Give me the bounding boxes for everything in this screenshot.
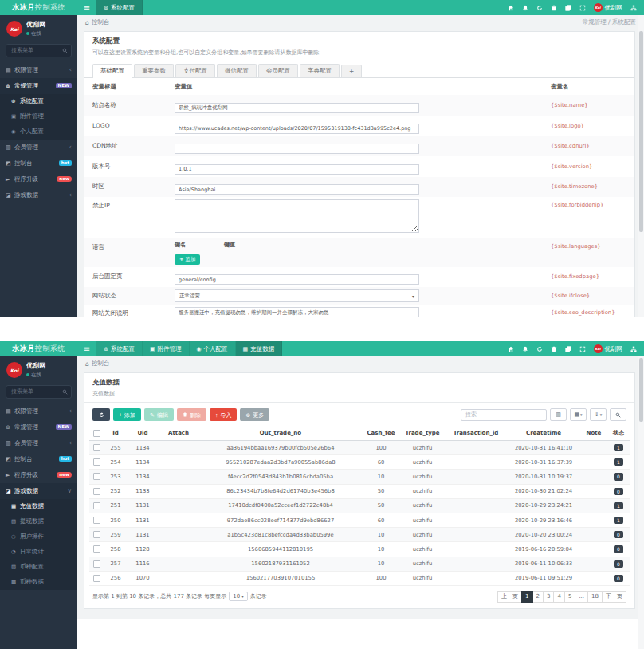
status-badge[interactable]: 1 [614,502,623,509]
prev-page-button[interactable]: 上一页 [497,591,522,603]
sidebar-toggle-icon[interactable]: ≡ [77,341,96,356]
sidebar-menu-item[interactable]: ◩ 控制台 hot [0,155,77,171]
table-row[interactable]: 252 1133 86c23434b7b8fe64d2d61740b3e456b… [89,485,630,499]
row-checkbox[interactable] [93,488,100,495]
sidebar-menu-item[interactable]: ◪ 游戏数据 ∨ [0,483,77,499]
status-badge[interactable]: 0 [614,560,623,568]
vertical-scrollbar[interactable] [638,15,644,317]
config-tab[interactable]: 会员配置 [258,64,298,77]
row-checkbox[interactable] [93,502,100,509]
row-checkbox[interactable] [93,473,100,480]
status-badge[interactable]: 0 [614,545,623,553]
page-number-button[interactable]: 1 [521,591,532,603]
home-icon[interactable] [508,346,514,352]
col-note[interactable]: Note [580,426,607,440]
config-text-input[interactable] [175,124,419,134]
page-number-button[interactable]: 2 [532,591,544,603]
col-createtime[interactable]: Createtime [507,426,580,440]
sidebar-menu-item[interactable]: ◪ 游戏数据 ‹ [0,187,77,203]
sidebar-menu-item[interactable]: ▥ 会员管理 ‹ [0,140,77,155]
sidebar-menu-item[interactable]: ◉ 个人配置 [0,124,77,140]
table-row[interactable]: 250 1131 972dae86cc028eef714377d9ebd8662… [89,513,630,528]
row-checkbox[interactable] [93,545,100,553]
col-attach[interactable]: Attach [158,426,199,440]
sidebar-menu-item[interactable]: ▥ 会员管理 ‹ [0,435,77,451]
config-tab[interactable]: 字典配置 [300,64,340,77]
expand-icon[interactable] [579,346,586,352]
sidebar-menu-item[interactable]: ◔ 日常统计 [0,545,77,560]
row-checkbox[interactable] [93,458,100,466]
sidebar-menu-item[interactable]: ▤ 权限管理 ‹ [0,403,77,419]
sidebar-menu-item[interactable]: ◩ 控制台 hot [0,451,77,467]
sidebar-menu-item[interactable]: ▩ 币种数据 [0,575,77,590]
config-text-input[interactable] [175,103,419,113]
scrollbar-thumb[interactable] [639,31,643,232]
row-checkbox[interactable] [93,560,100,568]
next-page-button[interactable]: 下一页 [602,591,626,603]
sidebar-toggle-icon[interactable]: ≡ [77,0,96,15]
config-textarea[interactable] [175,199,419,233]
page-number-button[interactable]: 4 [553,591,564,603]
refresh-button[interactable] [92,408,110,421]
refresh-icon[interactable] [536,5,543,11]
more-button[interactable]: ⊛更多 [240,408,269,421]
select-all-checkbox[interactable] [93,430,100,437]
table-search-input[interactable] [461,409,547,421]
scrollbar-thumb[interactable] [639,358,643,422]
config-tab[interactable]: 微信配置 [217,64,257,77]
sidebar-menu-item[interactable]: ▤ 权限管理 ‹ [0,62,77,78]
expand-icon[interactable] [579,5,586,11]
breadcrumb-left[interactable]: 控制台 [92,360,110,368]
status-badge[interactable]: 1 [614,458,623,466]
table-row[interactable]: 257 1116 15602187931161052 10 uczhifu 20… [89,557,630,572]
table-row[interactable]: 253 1134 f4ecc2d2f0543d843b1b0816cbda05b… [89,470,630,484]
table-row[interactable]: 255 1134 aa36194bbaa169379b00fcb505e26b6… [89,441,630,455]
config-textarea[interactable]: 服务器搬迁中，充值提现勿急，维护期间一并全额解冻，大家勿急 [175,307,419,317]
col-id[interactable]: Id [104,426,128,440]
table-row[interactable]: 256 1070 15602177039107010155 100 uczhif… [89,572,630,586]
sidebar-menu-item[interactable]: ⊛ 常规管理 NEW [0,78,77,94]
config-tab[interactable]: 基础配置 [92,64,132,78]
bell-icon[interactable] [522,346,528,352]
status-badge[interactable]: 0 [614,473,623,480]
col-out-trade-no[interactable]: Out_trade_no [199,426,362,440]
col-transaction-id[interactable]: Transaction_id [445,426,507,440]
table-row[interactable]: 254 1134 955210287edaa2d3bd7a90055ab86da… [89,455,630,470]
sidebar-menu-item[interactable]: ▧ 提现数据 [0,514,77,529]
config-tab[interactable]: + [341,65,362,77]
sidebar-menu-item[interactable]: ▣ 附件管理 [0,109,77,124]
breadcrumb-left[interactable]: 控制台 [92,18,110,26]
nav-tab[interactable]: ▦充值数据 [236,341,283,356]
columns-button[interactable]: ▦▾ [570,408,587,421]
page-number-button[interactable]: 5 [564,591,575,603]
edit-button[interactable]: ✎编辑 [144,408,174,421]
home-icon[interactable] [508,5,514,11]
col-uid[interactable]: Uid [128,426,158,440]
page-number-button[interactable]: 18 [587,591,603,603]
delete-button[interactable]: 删除 [177,408,206,421]
row-checkbox[interactable] [93,531,100,538]
vertical-scrollbar[interactable] [638,356,644,649]
sidebar-menu-item[interactable]: ▦ 充值数据 [0,499,77,514]
status-badge[interactable]: 1 [614,444,623,451]
page-size-select[interactable]: 10▾ [229,592,247,601]
row-checkbox[interactable] [93,444,100,451]
trash-icon[interactable] [551,346,557,352]
table-row[interactable]: 251 1131 17410dcdf0400a52cceef1d2722c48b… [89,499,630,513]
sidebar-menu-item[interactable]: ► 程序升级 new [0,171,77,187]
trash-icon[interactable] [551,5,557,11]
table-row[interactable]: 259 1131 a1b5c423d81c8befccda4d33bab0599… [89,528,630,542]
row-checkbox[interactable] [93,575,100,582]
append-language-button[interactable]: +追加 [175,254,200,265]
clone-icon[interactable] [565,5,571,11]
table-row[interactable]: 258 1128 1560685944112810195 10 uczhifu … [89,542,630,557]
config-text-input[interactable] [175,274,419,285]
sidebar-search-input[interactable] [10,46,62,54]
import-button[interactable]: ↑导入 [210,408,238,421]
sidebar-menu-item[interactable]: ○ 用户操作 [0,529,77,545]
sitemap-icon[interactable] [630,346,637,352]
sidebar-search-input[interactable] [10,387,62,395]
sidebar-menu-item[interactable]: ▨ 币种配置 [0,560,77,575]
config-text-input[interactable] [175,144,419,154]
nav-tab[interactable]: ⊛系统配置 [96,0,143,15]
